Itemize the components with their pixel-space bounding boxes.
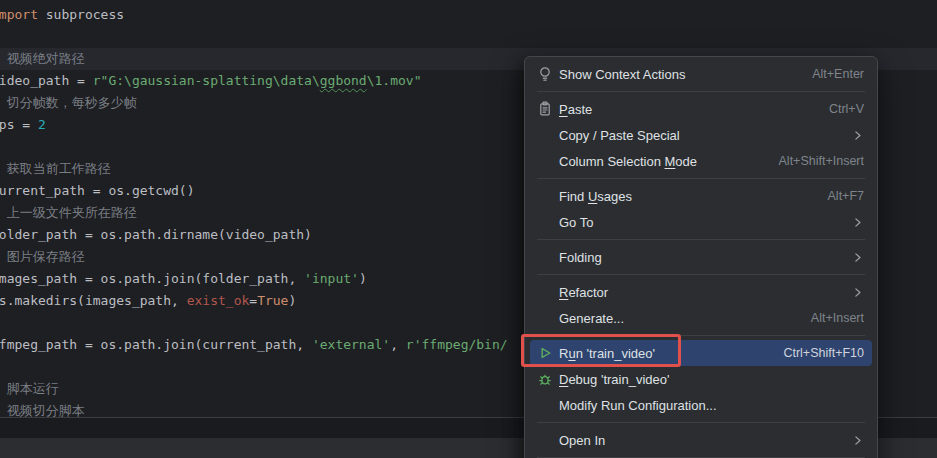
code-token-comment: # 图片保存路径 xyxy=(0,249,85,264)
menu-item-label: Folding xyxy=(559,250,831,265)
menu-separator xyxy=(537,91,865,92)
code-line: # 视频绝对路径 xyxy=(0,48,508,70)
icon-placeholder xyxy=(537,127,553,143)
menu-item-shortcut: Ctrl+Shift+F10 xyxy=(783,346,864,360)
code-line: fps = 2 xyxy=(0,114,508,136)
code-token-string: r"G:\gaussian-splatting\data\ xyxy=(93,73,320,88)
menu-item-paste[interactable]: PasteCtrl+V xyxy=(530,96,872,122)
menu-item-shortcut: Alt+Insert xyxy=(811,311,864,325)
code-token-plain: ) xyxy=(288,293,296,308)
menu-item-shortcut: Alt+F7 xyxy=(828,189,864,203)
menu-item-label: Refactor xyxy=(559,285,831,300)
code-token-comment: # 获取当前工作路径 xyxy=(0,161,111,176)
menu-item-debug-train-video[interactable]: Debug 'train_video' xyxy=(530,366,872,392)
menu-item-generate[interactable]: Generate...Alt+Insert xyxy=(530,305,872,331)
code-token-string: 'external' xyxy=(312,337,390,352)
clipboard-icon xyxy=(537,101,553,117)
code-token-keyword: import xyxy=(0,7,38,22)
code-line: folder_path = os.path.dirname(video_path… xyxy=(0,224,508,246)
icon-placeholder xyxy=(537,188,553,204)
menu-item-label: Show Context Actions xyxy=(559,67,792,82)
menu-item-shortcut: Alt+Shift+Insert xyxy=(779,154,864,168)
menu-item-label: Generate... xyxy=(559,311,791,326)
code-token-string: r'ffmpeg/bin/ xyxy=(406,337,508,352)
code-line: # 图片保存路径 xyxy=(0,246,508,268)
menu-item-shortcut: Alt+Enter xyxy=(812,67,864,81)
menu-item-shortcut: Ctrl+V xyxy=(829,102,864,116)
icon-placeholder xyxy=(537,153,553,169)
code-line: images_path = os.path.join(folder_path, … xyxy=(0,268,508,290)
icon-placeholder xyxy=(537,249,553,265)
menu-item-label: Run 'train_video' xyxy=(559,346,763,361)
menu-item-find-usages[interactable]: Find UsagesAlt+F7 xyxy=(530,183,872,209)
context-menu: Show Context ActionsAlt+EnterPasteCtrl+V… xyxy=(524,56,878,458)
icon-placeholder xyxy=(537,284,553,300)
menu-item-open-in[interactable]: Open In xyxy=(530,427,872,453)
menu-item-folding[interactable]: Folding xyxy=(530,244,872,270)
code-line: video_path = r"G:\gaussian-splatting\dat… xyxy=(0,70,508,92)
code-block: import subprocess # 视频绝对路径video_path = r… xyxy=(0,4,508,422)
icon-placeholder xyxy=(537,214,553,230)
chevron-right-icon xyxy=(851,216,864,229)
code-line: import subprocess xyxy=(0,4,508,26)
icon-placeholder xyxy=(537,397,553,413)
code-line: ffmpeg_path = os.path.join(current_path,… xyxy=(0,334,508,356)
code-token-plain: ffmpeg_path = os.path.join(current_path, xyxy=(0,337,312,352)
menu-separator xyxy=(537,335,865,336)
code-token-plain: , xyxy=(390,337,406,352)
code-token-number: 2 xyxy=(38,117,46,132)
code-token-comment: # 切分帧数，每秒多少帧 xyxy=(0,95,137,110)
code-token-plain: ) xyxy=(359,271,367,286)
code-token-comment: # 脚本运行 xyxy=(0,381,59,396)
code-token-plain: video_path = xyxy=(0,73,93,88)
menu-item-label: Paste xyxy=(559,102,809,117)
code-token-named: exist_ok xyxy=(187,293,250,308)
chevron-right-icon xyxy=(851,129,864,142)
code-token-plain: images_path = os.path.join(folder_path, xyxy=(0,271,304,286)
code-line xyxy=(0,136,508,158)
menu-item-label: Copy / Paste Special xyxy=(559,128,831,143)
menu-item-label: Modify Run Configuration... xyxy=(559,398,864,413)
lightbulb-icon xyxy=(537,66,553,82)
menu-item-refactor[interactable]: Refactor xyxy=(530,279,872,305)
code-token-comment: # 视频切分脚本 xyxy=(0,403,85,418)
code-token-comment: # 上一级文件夹所在路径 xyxy=(0,205,137,220)
code-line: # 获取当前工作路径 xyxy=(0,158,508,180)
menu-item-label: Go To xyxy=(559,215,831,230)
code-line xyxy=(0,312,508,334)
menu-item-run-train-video[interactable]: Run 'train_video'Ctrl+Shift+F10 xyxy=(530,340,872,366)
code-token-plain: fps = xyxy=(0,117,38,132)
code-line: # 上一级文件夹所在路径 xyxy=(0,202,508,224)
code-token-string: \1.mov" xyxy=(367,73,422,88)
menu-item-column-selection-mode[interactable]: Column Selection ModeAlt+Shift+Insert xyxy=(530,148,872,174)
code-token-string: 'input' xyxy=(304,271,359,286)
code-token-string-typo: ggbond xyxy=(320,73,367,88)
menu-separator xyxy=(537,178,865,179)
code-token-keyword: True xyxy=(257,293,288,308)
menu-item-label: Debug 'train_video' xyxy=(559,372,864,387)
chevron-right-icon xyxy=(851,434,864,447)
icon-placeholder xyxy=(537,310,553,326)
code-token-plain: os.makedirs(images_path, xyxy=(0,293,187,308)
debug-icon xyxy=(537,371,553,387)
icon-placeholder xyxy=(537,432,553,448)
code-token-comment: # 视频绝对路径 xyxy=(0,51,85,66)
menu-item-show-context-actions[interactable]: Show Context ActionsAlt+Enter xyxy=(530,61,872,87)
menu-item-label: Find Usages xyxy=(559,189,808,204)
menu-separator xyxy=(537,239,865,240)
menu-item-label: Open In xyxy=(559,433,831,448)
code-token-plain: subprocess xyxy=(38,7,124,22)
menu-item-go-to[interactable]: Go To xyxy=(530,209,872,235)
chevron-right-icon xyxy=(851,286,864,299)
code-token-plain: current_path = os.getcwd() xyxy=(0,183,195,198)
menu-item-copy-paste-special[interactable]: Copy / Paste Special xyxy=(530,122,872,148)
code-line xyxy=(0,26,508,48)
code-line xyxy=(0,356,508,378)
code-line: # 脚本运行 xyxy=(0,378,508,400)
chevron-right-icon xyxy=(851,251,864,264)
menu-separator xyxy=(537,422,865,423)
menu-item-modify-run-configuration[interactable]: Modify Run Configuration... xyxy=(530,392,872,418)
code-line: os.makedirs(images_path, exist_ok=True) xyxy=(0,290,508,312)
menu-separator xyxy=(537,274,865,275)
menu-item-label: Column Selection Mode xyxy=(559,154,759,169)
